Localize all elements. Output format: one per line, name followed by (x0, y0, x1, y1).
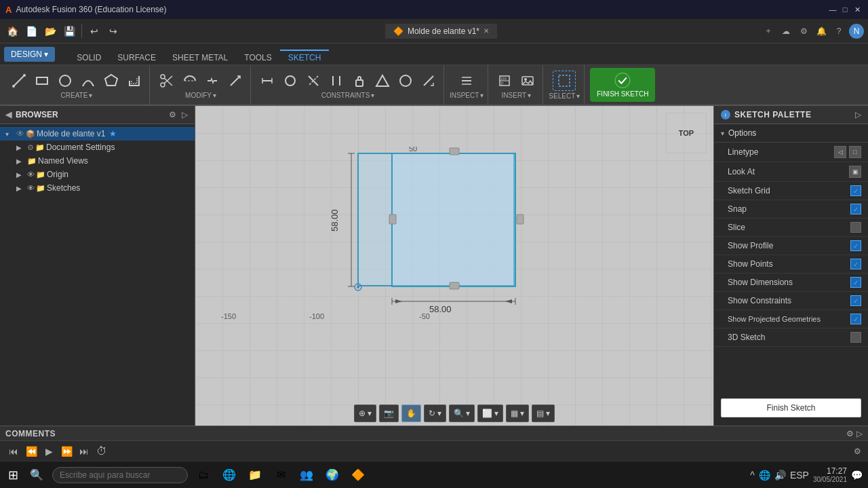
tree-item-doc-settings[interactable]: ▶ ⚙ 📁 Document Settings (0, 140, 195, 154)
first-frame-button[interactable]: ⏮ (7, 445, 20, 458)
tree-item-named-views[interactable]: ▶ 📁 Named Views (0, 154, 195, 168)
system-tray-expand[interactable]: ^ (750, 470, 755, 481)
timeline-icon[interactable]: ⏱ (95, 445, 108, 458)
comments-settings-icon[interactable]: ⚙ (846, 429, 854, 438)
tree-item-sketches[interactable]: ▶ 👁 📁 Sketches (0, 181, 195, 195)
file-explorer-icon[interactable]: 📁 (245, 465, 265, 485)
view-cube[interactable]: TOP (666, 113, 707, 153)
line-tool-button[interactable] (8, 71, 30, 90)
tangent-button[interactable] (418, 71, 439, 90)
tab-solid[interactable]: SOLID (68, 50, 109, 64)
undo-button[interactable]: ↩ (86, 23, 102, 39)
next-frame-button[interactable]: ⏩ (60, 445, 73, 458)
visibility-icon-3[interactable]: 👁 (27, 184, 35, 192)
insert-dxf-button[interactable]: DXF (494, 71, 515, 90)
arc-tool-button[interactable] (77, 71, 99, 90)
arc-constraint-button[interactable] (395, 71, 416, 90)
network-icon[interactable]: 🌐 (759, 470, 770, 481)
insert-label[interactable]: INSERT ▾ (502, 92, 532, 99)
visibility-icon[interactable]: 👁 (16, 129, 24, 138)
maximize-button[interactable]: □ (840, 4, 850, 15)
show-dimensions-checkbox[interactable]: ✓ (850, 277, 861, 288)
finish-sketch-button[interactable]: FINISH SKETCH (590, 68, 655, 102)
user-avatar[interactable]: N (849, 24, 864, 39)
constraints-label[interactable]: CONSTRAINTS ▾ (321, 92, 375, 99)
snap-checkbox[interactable]: ✓ (850, 204, 861, 214)
linetype-icon-2[interactable]: □ (849, 146, 861, 158)
tree-item-root[interactable]: ▾ 👁 📦 Molde de elante v1 ★ (0, 127, 195, 140)
inspect-button[interactable] (456, 71, 477, 90)
show-profile-checkbox[interactable]: ✓ (850, 240, 861, 251)
browser-collapse-icon[interactable]: ◀ (5, 110, 12, 119)
edge-browser-icon[interactable]: 🌐 (219, 465, 239, 485)
rectangle-tool-button[interactable] (31, 71, 53, 90)
save-button[interactable]: 💾 (61, 23, 77, 39)
extend-tool-button[interactable] (224, 71, 246, 90)
lang-indicator[interactable]: ESP (790, 470, 809, 481)
palette-expand-icon[interactable]: ▷ (855, 110, 861, 119)
browser-settings-icon[interactable]: ⚙ (167, 109, 178, 121)
fusion-taskbar-icon[interactable]: 🔶 (348, 465, 368, 485)
finish-sketch-palette-button[interactable]: Finish Sketch (721, 398, 861, 417)
camera-button[interactable]: 📷 (379, 405, 399, 422)
select-button[interactable] (553, 71, 576, 91)
layout-button[interactable]: ▤ ▾ (532, 405, 555, 422)
doc-tab-close[interactable]: ✕ (484, 27, 489, 35)
tree-item-origin[interactable]: ▶ 👁 📁 Origin (0, 168, 195, 181)
redo-button[interactable]: ↪ (105, 23, 121, 39)
show-projected-checkbox[interactable]: ✓ (850, 314, 861, 324)
lock-button[interactable] (349, 71, 370, 90)
zoom-button[interactable]: 🔍 ▾ (449, 405, 475, 422)
options-header[interactable]: ▾ Options (714, 124, 868, 143)
taskbar-search-input[interactable] (52, 467, 188, 483)
browser-expand-icon[interactable]: ▷ (180, 109, 189, 121)
modify-label[interactable]: MODIFY ▾ (185, 92, 216, 99)
task-view-button[interactable]: 🗂 (193, 465, 214, 485)
last-frame-button[interactable]: ⏭ (77, 445, 91, 458)
cloud-button[interactable]: ☁ (778, 24, 793, 39)
palette-header[interactable]: i SKETCH PALETTE ▷ (714, 106, 868, 124)
break-tool-button[interactable] (201, 71, 223, 90)
tab-sheet-metal[interactable]: SHEET METAL (164, 50, 236, 64)
trim-tool-button[interactable] (178, 71, 200, 90)
comments-expand-icon[interactable]: ▷ (856, 429, 863, 438)
visibility-icon-2[interactable]: 👁 (27, 170, 35, 179)
tab-tools[interactable]: TOOLS (236, 50, 279, 64)
triangle-button[interactable] (372, 71, 393, 90)
play-button[interactable]: ▶ (42, 445, 56, 458)
tab-surface[interactable]: SURFACE (109, 50, 164, 64)
start-button[interactable]: ⊞ (5, 465, 21, 485)
sketch-grid-checkbox[interactable]: ✓ (850, 185, 861, 196)
look-at-icon[interactable]: ▣ (849, 166, 861, 178)
orbit-button[interactable]: ↻ ▾ (424, 405, 446, 422)
3d-sketch-checkbox[interactable] (850, 332, 861, 343)
scissors-tool-button[interactable] (155, 71, 177, 90)
grid-display-button[interactable]: ▦ ▾ (506, 405, 529, 422)
view-cube-top-label[interactable]: TOP (679, 129, 694, 137)
display-button[interactable]: ⬜ ▾ (477, 405, 503, 422)
notification-icon[interactable]: 💬 (851, 470, 863, 481)
horizontal-constraint-button[interactable] (256, 71, 278, 90)
window-controls[interactable]: — □ ✕ (827, 4, 863, 15)
linetype-icon-1[interactable]: ◁ (834, 146, 846, 158)
slice-checkbox[interactable] (850, 222, 861, 233)
canvas-home-button[interactable]: ⊕ ▾ (354, 405, 376, 422)
notification-button[interactable]: 🔔 (814, 24, 829, 39)
coincident-button[interactable] (302, 71, 324, 90)
open-button[interactable]: 📂 (42, 23, 58, 39)
create-label[interactable]: CREATE ▾ (61, 92, 93, 99)
settings-button[interactable]: ⚙ (796, 24, 811, 39)
prev-frame-button[interactable]: ⏪ (24, 445, 38, 458)
settings-gear-icon[interactable]: ⚙ (854, 447, 861, 456)
teams-icon[interactable]: 👥 (296, 465, 317, 485)
show-points-checkbox[interactable]: ✓ (850, 259, 861, 269)
inspect-label[interactable]: INSPECT ▾ (450, 92, 484, 99)
mail-icon[interactable]: ✉ (271, 465, 291, 485)
search-taskbar-button[interactable]: 🔍 (26, 465, 47, 485)
clock[interactable]: 17:27 30/05/2021 (813, 466, 847, 483)
new-button[interactable]: 📄 (23, 23, 39, 39)
volume-icon[interactable]: 🔊 (774, 470, 786, 481)
document-tab[interactable]: 🔶 Molde de elante v1* ✕ (385, 24, 497, 39)
canvas-area[interactable]: -150 -100 -50 58.00 58.00 50 (195, 106, 713, 426)
vertical-constraint-button[interactable] (279, 71, 301, 90)
